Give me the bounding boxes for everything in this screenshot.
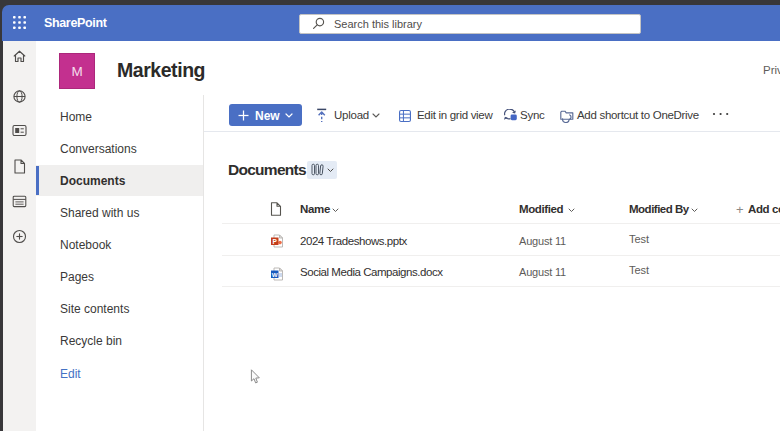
svg-text:W: W — [272, 271, 278, 278]
svg-text:P: P — [273, 238, 278, 245]
